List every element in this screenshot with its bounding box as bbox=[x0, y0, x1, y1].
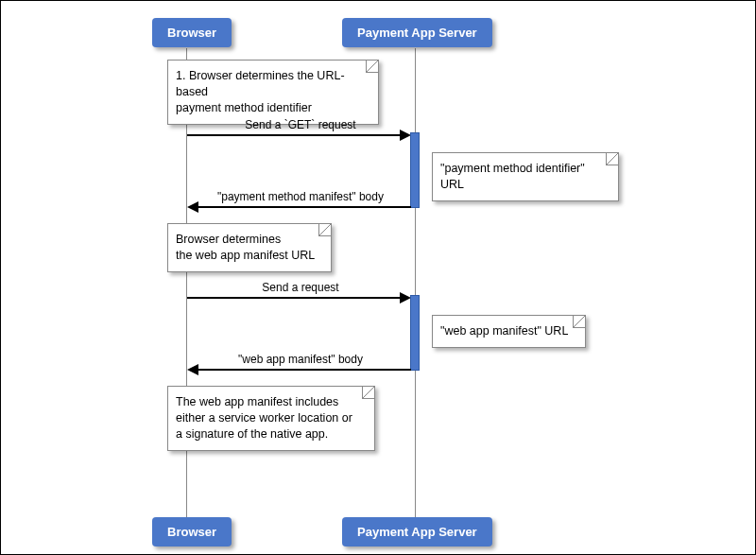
note-text: 1. Browser determines the URL-based bbox=[176, 69, 345, 98]
note-pmi-url: "payment method identifier" URL bbox=[432, 152, 619, 201]
note-wam-url: "web app manifest" URL bbox=[432, 315, 586, 348]
note-text: Browser determines bbox=[176, 233, 281, 246]
participant-server-top: Payment App Server bbox=[342, 18, 492, 47]
note-text: "web app manifest" URL bbox=[440, 324, 568, 338]
note-determine-wam-url: Browser determines the web app manifest … bbox=[167, 223, 332, 272]
note-text: "payment method identifier" URL bbox=[440, 162, 585, 191]
note-text: payment method identifier bbox=[176, 101, 312, 114]
message-label: Send a `GET` request bbox=[186, 118, 415, 131]
note-wam-contents: The web app manifest includes either a s… bbox=[167, 386, 375, 451]
participant-browser-top: Browser bbox=[152, 18, 232, 47]
message-label: "payment method manifest" body bbox=[186, 190, 415, 203]
note-determine-pmi: 1. Browser determines the URL-based paym… bbox=[167, 60, 379, 125]
note-text: a signature of the native app. bbox=[176, 427, 328, 441]
participant-server-bottom: Payment App Server bbox=[342, 517, 492, 546]
participant-browser-bottom: Browser bbox=[152, 517, 232, 546]
sequence-diagram: Browser Payment App Server Browser Payme… bbox=[0, 0, 756, 555]
lifeline-server bbox=[415, 48, 416, 517]
note-text: either a service worker location or bbox=[176, 411, 352, 425]
message-label: "web app manifest" body bbox=[186, 353, 415, 366]
note-text: The web app manifest includes bbox=[176, 395, 338, 408]
message-label: Send a request bbox=[186, 281, 415, 294]
note-text: the web app manifest URL bbox=[176, 249, 315, 262]
